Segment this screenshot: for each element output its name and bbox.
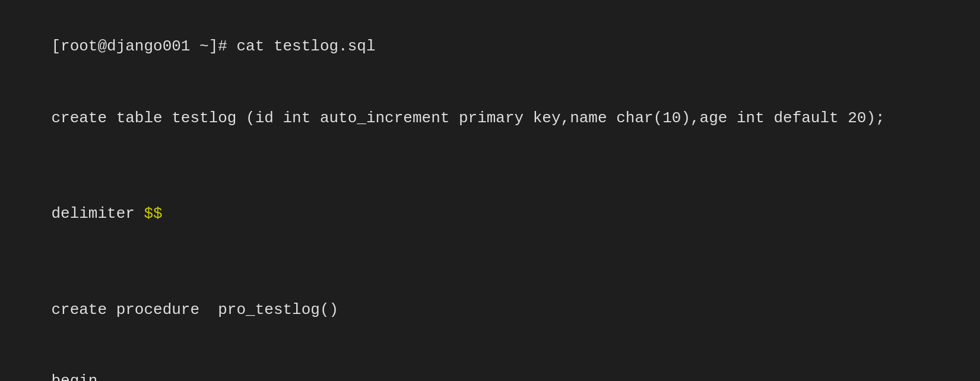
empty-line-1 <box>14 154 966 178</box>
line-create-table: create table testlog (id int auto_increm… <box>14 82 966 154</box>
terminal-window: [root@django001 ~]# cat testlog.sql crea… <box>0 0 980 381</box>
line-cmd-cat: [root@django001 ~]# cat testlog.sql <box>14 11 966 82</box>
empty-line-2 <box>14 250 966 274</box>
line-delimiter1: delimiter $$ <box>14 178 966 250</box>
delimiter-text: delimiter <box>51 205 144 223</box>
begin-text: begin <box>51 372 97 381</box>
proc-text: create procedure pro_testlog() <box>51 301 338 319</box>
code-text: create table testlog (id int auto_increm… <box>51 109 884 127</box>
prompt-text: [root@django001 ~]# cat testlog.sql <box>51 37 375 55</box>
line-begin: begin <box>14 345 966 381</box>
line-create-procedure: create procedure pro_testlog() <box>14 274 966 345</box>
delimiter-symbol: $$ <box>144 205 162 223</box>
